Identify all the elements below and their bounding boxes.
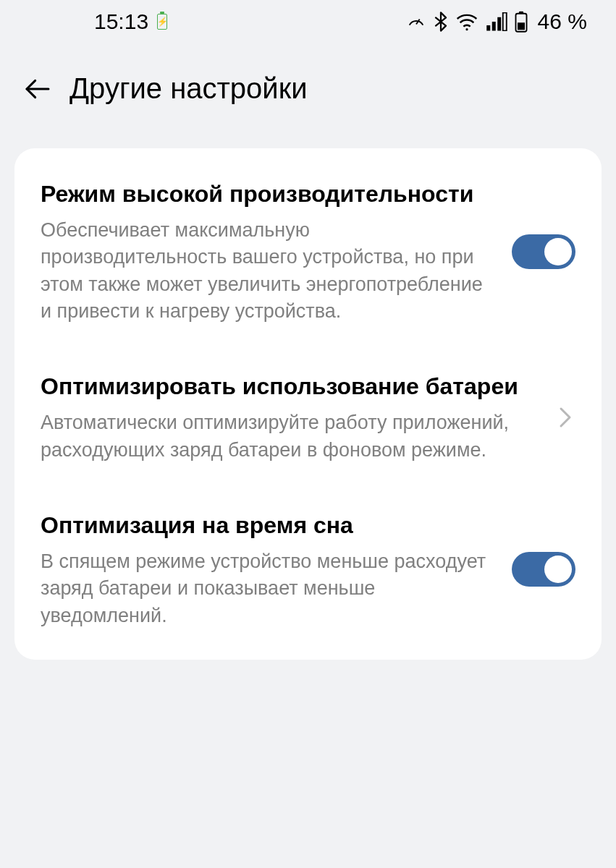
page-header: Другие настройки bbox=[0, 43, 616, 127]
status-bar: 15:13 ⚡ bbox=[0, 0, 616, 43]
setting-control bbox=[512, 552, 575, 587]
status-bar-left: 15:13 ⚡ bbox=[94, 9, 167, 34]
svg-rect-4 bbox=[497, 17, 501, 31]
setting-description: В спящем режиме устройство меньше расход… bbox=[41, 548, 497, 629]
setting-optimize-battery[interactable]: Оптимизировать использование батареи Авт… bbox=[14, 348, 602, 487]
svg-rect-2 bbox=[486, 25, 490, 31]
battery-icon bbox=[515, 11, 528, 33]
setting-text: Оптимизация на время сна В спящем режиме… bbox=[41, 510, 497, 629]
cellular-signal-icon bbox=[486, 12, 507, 31]
high-performance-toggle[interactable] bbox=[512, 234, 575, 269]
setting-text: Оптимизировать использование батареи Авт… bbox=[41, 371, 541, 464]
svg-point-1 bbox=[465, 28, 468, 30]
setting-text: Режим высокой производительности Обеспеч… bbox=[41, 179, 497, 325]
svg-rect-8 bbox=[518, 22, 525, 30]
svg-rect-3 bbox=[491, 22, 495, 31]
page-title: Другие настройки bbox=[69, 72, 308, 105]
setting-description: Автоматически оптимизируйте работу прило… bbox=[41, 409, 541, 464]
charging-icon: ⚡ bbox=[157, 14, 167, 30]
wifi-icon bbox=[455, 12, 478, 32]
setting-title: Оптимизировать использование батареи bbox=[41, 371, 541, 402]
setting-title: Оптимизация на время сна bbox=[41, 510, 497, 541]
back-button[interactable] bbox=[22, 73, 54, 105]
bluetooth-icon bbox=[434, 12, 448, 32]
svg-rect-5 bbox=[502, 13, 506, 31]
setting-high-performance[interactable]: Режим высокой производительности Обеспеч… bbox=[14, 156, 602, 348]
setting-control bbox=[555, 407, 575, 427]
svg-rect-7 bbox=[518, 12, 523, 14]
status-time: 15:13 bbox=[94, 9, 148, 34]
setting-title: Режим высокой производительности bbox=[41, 179, 497, 210]
sleep-optimization-toggle[interactable] bbox=[512, 552, 575, 587]
chevron-right-icon bbox=[555, 407, 575, 427]
settings-card: Режим высокой производительности Обеспеч… bbox=[14, 148, 602, 660]
status-bar-right: 46 % bbox=[406, 9, 587, 34]
setting-description: Обеспечивает максимальную производительн… bbox=[41, 217, 497, 325]
setting-control bbox=[512, 234, 575, 269]
speedometer-icon bbox=[406, 12, 426, 32]
setting-sleep-optimization[interactable]: Оптимизация на время сна В спящем режиме… bbox=[14, 487, 602, 652]
battery-percentage: 46 % bbox=[538, 9, 587, 34]
